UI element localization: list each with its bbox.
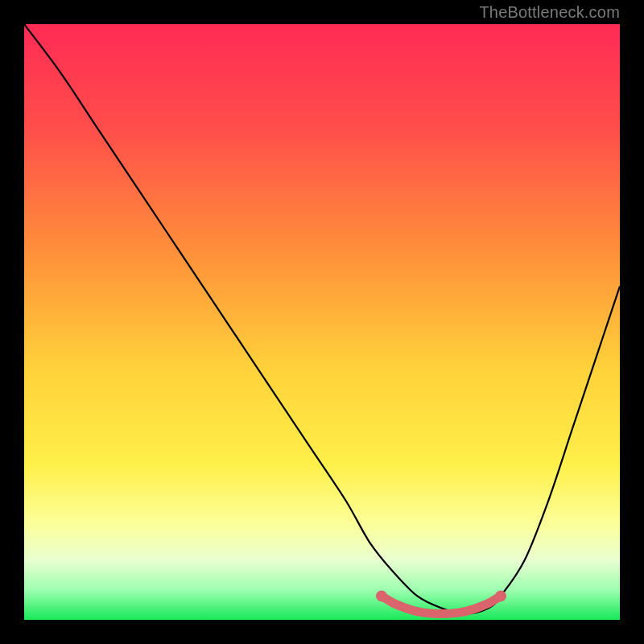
- plot-area: [24, 24, 620, 620]
- chart-frame: TheBottleneck.com: [0, 0, 644, 644]
- bottleneck-curve: [24, 24, 620, 614]
- curve-svg: [24, 24, 620, 620]
- min-lobe-end-dot: [376, 590, 387, 601]
- watermark-text: TheBottleneck.com: [479, 3, 620, 22]
- min-lobe-end-dot: [495, 590, 506, 601]
